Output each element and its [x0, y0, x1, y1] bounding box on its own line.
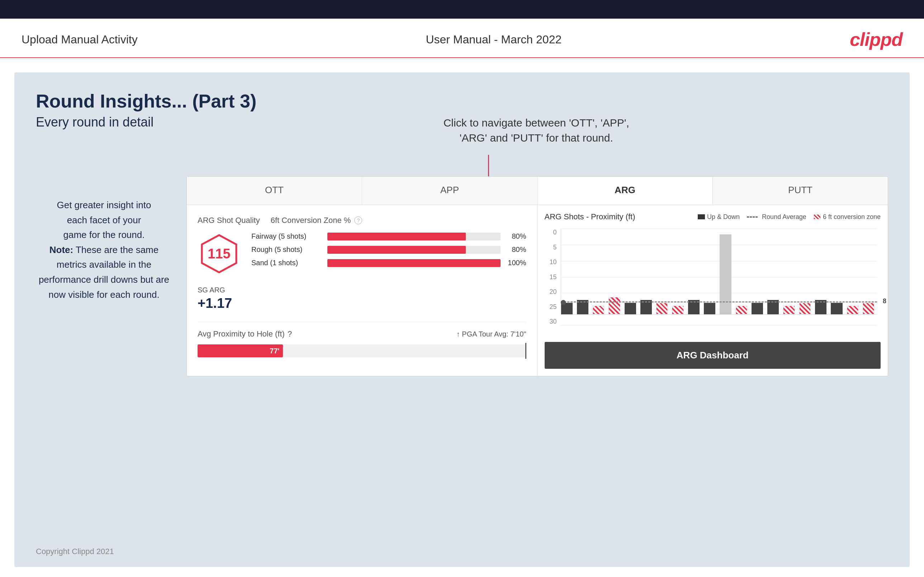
proximity-bar: 77': [197, 345, 527, 357]
side-text-line1: Get greater insight into: [57, 200, 151, 210]
nav-hint-line1: Click to navigate between 'OTT', 'APP',: [444, 117, 629, 129]
y-axis: 30 25 20 15 10 5 0: [544, 229, 559, 326]
tab-arg[interactable]: ARG: [538, 177, 713, 205]
proximity-title: Avg Proximity to Hole (ft) ?: [197, 329, 292, 338]
y-label-20: 20: [544, 288, 559, 296]
chart-bar-7: [672, 306, 683, 314]
shot-quality-header: ARG Shot Quality 6ft Conversion Zone % ?: [197, 216, 527, 225]
chart-bar-12: [751, 303, 763, 314]
bar-group-12: [751, 229, 766, 314]
bar-fill-2: [327, 259, 501, 267]
chart-bar-13: [767, 300, 779, 314]
panel-body: ARG Shot Quality 6ft Conversion Zone % ?…: [187, 205, 888, 376]
side-text-line2: each facet of your: [67, 215, 141, 226]
proximity-bar-text: 77': [270, 347, 279, 355]
sg-value: +1.17: [197, 296, 527, 311]
side-text-line3: game for the round.: [63, 229, 145, 240]
chart-bar-1: [577, 300, 588, 314]
chart-bar-5: [640, 300, 652, 314]
bar-container-2: [327, 259, 501, 267]
y-label-30: 30: [544, 318, 559, 326]
shot-label-0: Fairway (5 shots): [251, 232, 323, 240]
proximity-header: Avg Proximity to Hole (ft) ? ↑ PGA Tour …: [197, 329, 527, 338]
bar-pct-2: 100%: [505, 259, 527, 267]
bar-group-2: [593, 229, 607, 314]
hex-value: 115: [208, 246, 230, 262]
chart-bar-17: [831, 303, 842, 314]
bar-group-15: [799, 229, 814, 314]
proximity-cursor: [525, 343, 527, 359]
bar-group-14: [783, 229, 798, 314]
bar-group-9: [704, 229, 718, 314]
legend-zone: 6 ft conversion zone: [814, 213, 880, 221]
chart-bar-19: [863, 303, 874, 314]
bar-container-0: [327, 232, 501, 240]
bar-group-7: [672, 229, 686, 314]
proximity-help-icon[interactable]: ?: [288, 329, 292, 338]
legend-dashed-line: [747, 216, 758, 218]
main-content: Round Insights... (Part 3) Every round i…: [15, 73, 909, 567]
bar-group-5: [640, 229, 655, 314]
nav-hint-line2: 'ARG' and 'PUTT' for that round.: [460, 132, 613, 144]
legend-zone-label: 6 ft conversion zone: [823, 213, 880, 221]
dashed-value: 8: [881, 297, 888, 306]
nav-hint: Click to navigate between 'OTT', 'APP', …: [444, 115, 629, 145]
tab-putt[interactable]: PUTT: [713, 177, 888, 205]
bar-fill-0: [327, 232, 466, 240]
bar-group-10: [720, 229, 734, 314]
bar-group-3: [609, 229, 623, 314]
tab-bar: OTT APP ARG PUTT: [187, 177, 888, 205]
chart-bar-11: [736, 306, 747, 314]
chart-bar-2: [593, 306, 604, 314]
panel-right: ARG Shots - Proximity (ft) Up & Down Rou…: [538, 205, 888, 376]
chart-bar-6: [656, 303, 668, 314]
tab-app[interactable]: APP: [362, 177, 538, 205]
conversion-label: 6ft Conversion Zone %: [271, 216, 351, 225]
chart-bar-3: [609, 297, 620, 314]
top-bar: [0, 0, 924, 19]
page-title: Round Insights... (Part 3): [36, 90, 888, 112]
grid-0: [561, 325, 877, 326]
legend-round-avg-label: Round Average: [762, 213, 806, 221]
chart-bar-0: [561, 303, 573, 314]
y-label-0: 0: [544, 229, 559, 236]
manual-date-label: User Manual - March 2022: [426, 33, 562, 46]
chart-area: 30 25 20 15 10 5 0: [544, 229, 881, 336]
chart-bar-16: [815, 300, 827, 314]
copyright-label: Copyright Clippd 2021: [36, 547, 114, 556]
bar-group-4: [625, 229, 639, 314]
chart-bar-14: [783, 306, 795, 314]
legend-dashed: [747, 216, 760, 218]
arg-dashboard-button[interactable]: ARG Dashboard: [544, 342, 881, 369]
legend-zone-box: [814, 214, 821, 219]
sg-row: SG ARG +1.17: [197, 286, 527, 311]
proximity-bar-fill: 77': [197, 345, 283, 357]
header: Upload Manual Activity User Manual - Mar…: [0, 19, 924, 58]
tab-ott[interactable]: OTT: [187, 177, 362, 205]
bar-group-1: [577, 229, 591, 314]
hex-container: 115 Fairway (5 shots)80%Rough (5 shots)8…: [197, 232, 527, 275]
chart-wrapper: 30 25 20 15 10 5 0: [544, 229, 881, 336]
chart-bar-15: [799, 303, 811, 314]
upload-manual-label: Upload Manual Activity: [21, 33, 138, 46]
bar-group-8: [688, 229, 703, 314]
sg-label: SG ARG: [197, 286, 527, 294]
chart-bar-18: [847, 306, 858, 314]
bar-group-6: [656, 229, 670, 314]
bar-pct-0: 80%: [505, 232, 527, 240]
y-label-5: 5: [544, 244, 559, 251]
legend-round-avg: Round Average: [747, 213, 806, 221]
y-label-15: 15: [544, 274, 559, 281]
panel-left: ARG Shot Quality 6ft Conversion Zone % ?…: [187, 205, 538, 376]
chart-inner: [561, 229, 877, 315]
chart-title: ARG Shots - Proximity (ft): [544, 212, 635, 221]
shot-quality-label: ARG Shot Quality: [197, 216, 260, 225]
hexagon: 115: [197, 232, 241, 275]
clippd-logo: clippd: [850, 29, 903, 50]
y-label-10: 10: [544, 258, 559, 266]
help-icon[interactable]: ?: [354, 216, 362, 224]
bar-group-17: [831, 229, 845, 314]
main-panel: OTT APP ARG PUTT ARG Shot Quality 6ft Co…: [186, 176, 888, 376]
bar-group-19: [863, 229, 877, 314]
chart-bar-9: [704, 303, 715, 314]
